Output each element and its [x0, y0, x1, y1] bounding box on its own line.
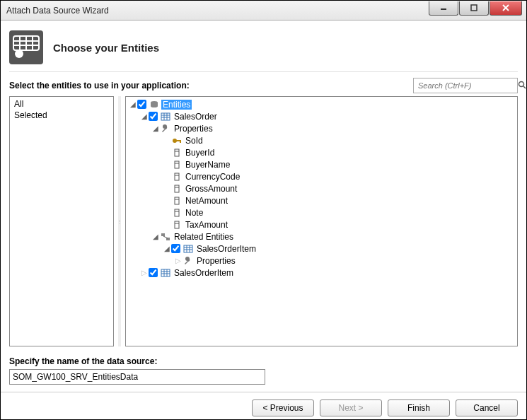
checkbox-salesorderitem[interactable]: [171, 244, 180, 253]
svg-line-38: [163, 236, 168, 238]
svg-line-12: [523, 86, 526, 88]
expand-toggle[interactable]: ◢: [129, 100, 137, 108]
svg-rect-1: [471, 5, 477, 11]
search-input[interactable]: [417, 81, 518, 91]
svg-rect-21: [180, 140, 181, 143]
table-icon: [160, 269, 171, 277]
tree-node-related-entities[interactable]: ◢ Related Entities: [129, 231, 514, 243]
tree-label: Properties: [195, 256, 237, 266]
checkbox-entities[interactable]: [137, 100, 146, 109]
tree-node-buyerid[interactable]: BuyerId: [129, 146, 514, 158]
column-icon: [171, 185, 183, 193]
title-bar: Attach Data Source Wizard: [1, 1, 526, 21]
table-icon: [160, 112, 171, 121]
tree-node-salesorderitem2[interactable]: ▷ SalesOrderItem: [129, 267, 514, 279]
tree-label: Note: [184, 208, 204, 218]
button-bar: < Previous Next > Finish Cancel: [1, 392, 526, 416]
svg-rect-14: [161, 113, 170, 120]
page-title: Choose your Entities: [53, 42, 159, 54]
svg-rect-39: [184, 245, 192, 252]
expand-toggle[interactable]: ◢: [140, 112, 149, 120]
tree-label: Related Entities: [173, 232, 235, 242]
splitter-handle[interactable]: ⋮: [118, 96, 121, 346]
tree-label: BuyerId: [184, 148, 216, 158]
datasource-icon: [149, 100, 160, 109]
svg-rect-26: [175, 173, 179, 180]
filter-all[interactable]: All: [13, 98, 110, 110]
finish-button[interactable]: Finish: [388, 399, 450, 416]
column-icon: [171, 173, 183, 181]
expand-toggle[interactable]: ◢: [151, 233, 160, 240]
next-button: Next >: [320, 399, 382, 416]
expand-toggle[interactable]: ◢: [151, 124, 160, 132]
tree-label: TaxAmount: [184, 220, 229, 230]
tree-node-soid[interactable]: SoId: [129, 134, 514, 146]
svg-rect-36: [161, 233, 165, 236]
maximize-button[interactable]: [459, 1, 489, 16]
checkbox-salesorder[interactable]: [149, 112, 158, 121]
wrench-icon: [160, 124, 171, 133]
expand-toggle[interactable]: ◢: [163, 245, 171, 252]
svg-point-11: [519, 82, 524, 87]
svg-rect-44: [161, 269, 170, 276]
tree-label: SalesOrderItem: [195, 244, 257, 254]
svg-point-10: [15, 49, 23, 58]
tree-node-entities[interactable]: ◢ Entities: [129, 98, 514, 110]
tree-node-currencycode[interactable]: CurrencyCode: [129, 170, 514, 182]
svg-rect-30: [175, 197, 179, 204]
key-icon: [171, 136, 183, 145]
filter-selected[interactable]: Selected: [13, 110, 110, 121]
tree-node-grossamount[interactable]: GrossAmount: [129, 182, 514, 194]
tree-label: SalesOrderItem: [173, 268, 235, 278]
svg-rect-32: [175, 209, 179, 216]
tree-label: GrossAmount: [184, 184, 238, 194]
tree-label: BuyerName: [184, 160, 231, 170]
table-icon: [183, 245, 194, 253]
expand-toggle[interactable]: ▷: [140, 269, 149, 276]
window-title: Attach Data Source Wizard: [6, 6, 109, 16]
tree-label: CurrencyCode: [184, 172, 241, 182]
expand-toggle[interactable]: ▷: [174, 257, 183, 264]
close-button[interactable]: [490, 1, 522, 16]
datasource-name-input[interactable]: [9, 369, 265, 385]
tree-node-netamount[interactable]: NetAmount: [129, 194, 514, 206]
column-icon: [171, 197, 183, 205]
entities-tree[interactable]: ◢ Entities ◢ SalesOrder ◢ Properties SoI…: [125, 96, 518, 346]
tree-label: NetAmount: [184, 196, 229, 206]
wizard-header: Choose your Entities: [9, 28, 518, 72]
svg-rect-28: [175, 185, 179, 192]
minimize-button[interactable]: [429, 1, 458, 16]
tree-node-salesorderitem[interactable]: ◢ SalesOrderItem: [129, 243, 514, 255]
column-icon: [171, 209, 183, 217]
previous-button[interactable]: < Previous: [252, 399, 314, 416]
tree-node-taxamount[interactable]: TaxAmount: [129, 218, 514, 231]
svg-rect-34: [175, 221, 179, 228]
tree-node-soi-properties[interactable]: ▷ Properties: [129, 255, 514, 267]
filter-list[interactable]: All Selected: [9, 96, 114, 346]
relation-icon: [160, 233, 171, 241]
column-icon: [171, 161, 183, 169]
tree-node-buyername[interactable]: BuyerName: [129, 158, 514, 170]
wrench-icon: [183, 257, 194, 265]
column-icon: [171, 221, 183, 229]
cancel-button[interactable]: Cancel: [456, 399, 518, 416]
select-entities-label: Select the entities to use in your appli…: [9, 81, 190, 91]
search-box[interactable]: [413, 78, 518, 93]
tree-node-properties[interactable]: ◢ Properties: [129, 122, 514, 134]
table-grid-icon: [13, 35, 40, 59]
svg-rect-22: [175, 149, 179, 156]
entities-header-icon: [9, 30, 43, 64]
search-icon[interactable]: [518, 79, 526, 92]
tree-label: Entities: [161, 100, 192, 110]
svg-rect-24: [175, 161, 179, 168]
tree-label: SalesOrder: [173, 112, 219, 122]
tree-label: SoId: [184, 136, 204, 146]
tree-node-salesorder[interactable]: ◢ SalesOrder: [129, 110, 514, 122]
tree-label: Properties: [173, 124, 214, 134]
specify-name-label: Specify the name of the data source:: [9, 356, 518, 366]
tree-node-note[interactable]: Note: [129, 206, 514, 218]
column-icon: [171, 148, 183, 157]
checkbox-salesorderitem2[interactable]: [149, 268, 158, 277]
